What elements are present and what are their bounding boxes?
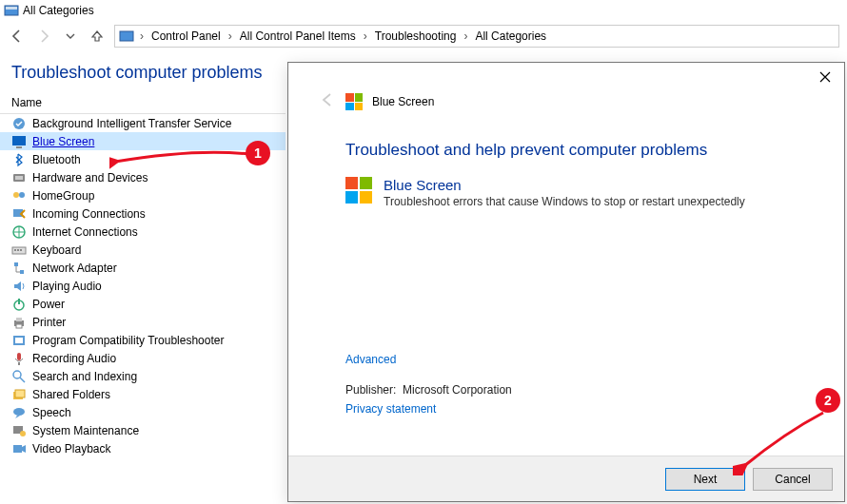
audio-icon xyxy=(11,279,27,294)
chevron-right-icon: › xyxy=(136,29,148,43)
svg-point-32 xyxy=(20,431,26,436)
list-item[interactable]: Network Adapter xyxy=(0,259,286,277)
breadcrumb-item[interactable]: Control Panel xyxy=(149,29,223,43)
network-icon xyxy=(11,261,27,276)
back-button[interactable] xyxy=(8,27,27,46)
chevron-right-icon: › xyxy=(360,29,371,43)
printer-icon xyxy=(11,315,27,330)
svg-rect-7 xyxy=(15,176,23,180)
breadcrumb-item[interactable]: Troubleshooting xyxy=(373,29,459,43)
list-item-label: Network Adapter xyxy=(32,262,117,275)
svg-rect-33 xyxy=(13,445,22,453)
svg-rect-1 xyxy=(6,7,17,10)
list-item[interactable]: Video Playback xyxy=(0,439,286,457)
dialog-title: Troubleshoot and help prevent computer p… xyxy=(345,141,787,160)
svg-rect-14 xyxy=(17,249,19,251)
list-item-label: System Maintenance xyxy=(32,424,139,437)
svg-rect-19 xyxy=(18,299,20,304)
list-item[interactable]: Speech xyxy=(0,403,286,421)
list-item[interactable]: HomeGroup xyxy=(0,186,286,204)
window-title: All Categories xyxy=(23,4,94,17)
window-titlebar: All Categories xyxy=(0,0,847,21)
annotation-arrow-2 xyxy=(733,409,837,475)
advanced-link[interactable]: Advanced xyxy=(345,353,512,366)
list-item-label: Incoming Connections xyxy=(32,207,146,221)
list-item-label: Bluetooth xyxy=(32,153,81,166)
forward-button[interactable] xyxy=(34,27,53,46)
list-item-label: Blue Screen xyxy=(32,135,94,148)
annotation-marker-2: 2 xyxy=(816,388,840,413)
power-icon xyxy=(11,297,27,312)
list-item[interactable]: Power xyxy=(0,295,286,313)
maintenance-icon xyxy=(11,423,27,438)
publisher-label: Publisher: Microsoft Corporation xyxy=(345,383,512,397)
list-item-label: Search and Indexing xyxy=(32,370,137,383)
list-item[interactable]: Printer xyxy=(0,313,286,331)
svg-rect-22 xyxy=(16,324,22,328)
list-item[interactable]: Recording Audio xyxy=(0,349,286,367)
list-item-label: Program Compatibility Troubleshooter xyxy=(32,334,224,347)
svg-rect-17 xyxy=(20,270,24,274)
list-item[interactable]: Playing Audio xyxy=(0,277,286,295)
internet-icon xyxy=(11,224,27,240)
svg-rect-29 xyxy=(15,390,25,397)
close-button[interactable] xyxy=(814,67,837,89)
svg-rect-16 xyxy=(14,262,18,266)
up-button[interactable] xyxy=(88,27,107,46)
list-item-label: Background Intelligent Transfer Service xyxy=(32,117,231,130)
list-item-label: Keyboard xyxy=(32,243,81,257)
list-item-label: Recording Audio xyxy=(32,352,116,365)
chevron-right-icon: › xyxy=(460,29,471,43)
list-item[interactable]: Internet Connections xyxy=(0,223,286,241)
bluescreen-icon xyxy=(11,134,27,149)
list-item-label: Video Playback xyxy=(32,442,111,456)
svg-point-27 xyxy=(13,371,21,378)
svg-rect-5 xyxy=(16,146,22,148)
speech-icon xyxy=(11,405,27,420)
list-item-label: Internet Connections xyxy=(32,225,138,239)
list-item[interactable]: Incoming Connections xyxy=(0,204,286,223)
list-item[interactable]: Search and Indexing xyxy=(0,367,286,385)
svg-rect-4 xyxy=(12,136,26,145)
list-item-label: Printer xyxy=(32,316,66,329)
bluetooth-icon xyxy=(11,152,27,167)
breadcrumb-root-icon xyxy=(119,29,134,44)
svg-point-30 xyxy=(13,408,25,416)
svg-point-9 xyxy=(19,192,25,198)
list-item-label: Shared Folders xyxy=(32,388,110,401)
list-item[interactable]: Program Compatibility Troubleshooter xyxy=(0,331,286,349)
microsoft-logo-icon xyxy=(345,177,372,204)
list-item[interactable]: Keyboard xyxy=(0,241,286,259)
list-item[interactable]: Shared Folders xyxy=(0,385,286,403)
microsoft-logo-icon xyxy=(345,93,363,110)
troubleshooter-name: Blue Screen xyxy=(384,177,745,193)
svg-rect-26 xyxy=(18,362,20,365)
svg-rect-15 xyxy=(20,249,22,251)
annotation-arrow-1 xyxy=(109,146,252,171)
breadcrumb-item[interactable]: All Categories xyxy=(473,29,548,43)
keyboard-icon xyxy=(11,242,27,258)
list-item-label: Hardware and Devices xyxy=(32,171,148,184)
column-header-name[interactable]: Name xyxy=(0,90,286,114)
history-dropdown[interactable] xyxy=(61,27,80,46)
svg-point-8 xyxy=(13,192,19,198)
troubleshooter-description: Troubleshoot errors that cause Windows t… xyxy=(384,195,745,208)
dialog-back-button xyxy=(319,91,336,112)
list-item-label: HomeGroup xyxy=(32,189,94,203)
list-item[interactable]: System Maintenance xyxy=(0,421,286,439)
homegroup-icon xyxy=(11,188,27,204)
breadcrumb-item[interactable]: All Control Panel Items xyxy=(238,29,358,43)
search-icon xyxy=(11,369,27,384)
svg-rect-13 xyxy=(14,249,16,251)
svg-rect-25 xyxy=(17,353,21,360)
list-item[interactable]: Background Intelligent Transfer Service xyxy=(0,114,286,132)
privacy-link[interactable]: Privacy statement xyxy=(345,402,512,416)
list-item-label: Playing Audio xyxy=(32,280,102,293)
incoming-icon xyxy=(11,206,27,222)
annotation-marker-1: 1 xyxy=(246,141,270,165)
svg-rect-2 xyxy=(120,31,133,41)
mic-icon xyxy=(11,351,27,366)
list-item-label: Speech xyxy=(32,406,71,419)
service-icon xyxy=(11,116,27,131)
breadcrumb[interactable]: › Control Panel › All Control Panel Item… xyxy=(114,25,839,48)
